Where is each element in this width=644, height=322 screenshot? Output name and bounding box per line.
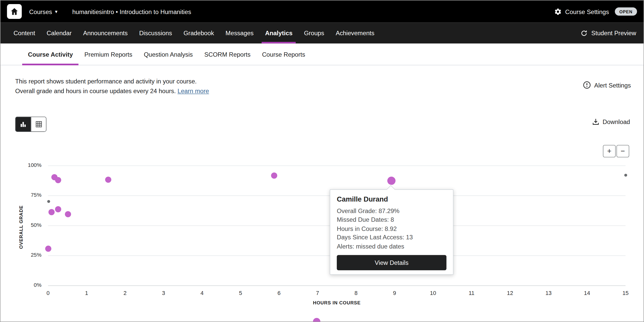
download-icon [592, 118, 600, 126]
student-preview-button[interactable]: Student Preview [580, 23, 636, 44]
tab-question-analysis[interactable]: Question Analysis [138, 44, 199, 65]
x-tick-label: 5 [239, 290, 242, 296]
y-tick-label: 50% [1, 222, 42, 228]
y-tick-label: 75% [1, 192, 42, 198]
nav-item-content[interactable]: Content [8, 23, 41, 44]
app-window: Courses ▾ humanitiesintro • Introduction… [0, 0, 644, 322]
tooltip-stat: Hours in Course: 8.92 [330, 224, 453, 233]
download-button[interactable]: Download [592, 118, 630, 126]
gridline [48, 166, 625, 166]
x-tick-label: 11 [469, 290, 475, 296]
nav-item-groups[interactable]: Groups [298, 23, 330, 44]
data-point[interactable] [45, 246, 52, 252]
y-tick-label: 25% [1, 252, 42, 258]
chart-view-button[interactable] [16, 117, 31, 131]
learn-more-link[interactable]: Learn more [178, 88, 209, 94]
x-axis-title: HOURS IN COURSE [313, 300, 361, 305]
report-description-line2: Overall grade and hours in course update… [15, 86, 209, 96]
x-tick-label: 0 [46, 290, 49, 296]
download-label: Download [603, 118, 630, 125]
open-status-badge: OPEN [615, 7, 637, 16]
chevron-down-icon: ▾ [55, 9, 57, 14]
student-tooltip: Camille Durand Overall Grade: 87.29%Miss… [330, 189, 454, 275]
x-tick-label: 9 [393, 290, 396, 296]
x-tick-label: 1 [85, 290, 88, 296]
top-bar: Courses ▾ humanitiesintro • Introduction… [1, 1, 644, 23]
course-settings-label: Course Settings [565, 8, 609, 15]
data-point[interactable] [65, 211, 71, 217]
y-tick-label: 100% [1, 162, 42, 168]
x-tick-label: 3 [162, 290, 165, 296]
tooltip-stat: Days Since Last Access: 13 [330, 233, 453, 242]
data-point-partial[interactable] [313, 318, 320, 322]
scatter-chart: OVERALL GRADE HOURS IN COURSE 0%25%50%75… [1, 140, 644, 322]
breadcrumb: humanitiesintro • Introduction to Humani… [72, 8, 191, 15]
gear-icon [554, 8, 562, 16]
alert-settings-button[interactable]: Alert Settings [583, 80, 631, 90]
x-tick-label: 14 [584, 290, 590, 296]
data-point[interactable] [105, 177, 111, 183]
tab-course-reports[interactable]: Course Reports [256, 44, 311, 65]
tab-premium-reports[interactable]: Premium Reports [79, 44, 138, 65]
tooltip-stat: Missed Due Dates: 8 [330, 215, 453, 224]
alert-settings-label: Alert Settings [594, 82, 631, 89]
courses-menu-button[interactable]: Courses ▾ [25, 5, 61, 18]
x-tick-label: 15 [622, 290, 628, 296]
gridline [48, 286, 625, 286]
x-tick-label: 6 [278, 290, 281, 296]
courses-menu-label: Courses [29, 8, 52, 15]
view-details-button[interactable]: View Details [337, 255, 447, 270]
alert-icon [583, 81, 591, 89]
y-tick-label: 0% [1, 282, 42, 288]
x-tick-label: 7 [316, 290, 319, 296]
report-tabs: Course ActivityPremium ReportsQuestion A… [1, 44, 644, 65]
x-tick-label: 12 [507, 290, 513, 296]
home-icon [10, 7, 19, 16]
tooltip-stat: Alerts: missed due dates [330, 242, 453, 251]
x-tick-label: 13 [546, 290, 552, 296]
course-settings-button[interactable]: Course Settings [554, 8, 609, 16]
student-preview-label: Student Preview [591, 30, 636, 36]
data-point[interactable] [55, 177, 61, 183]
table-view-button[interactable] [31, 117, 46, 131]
data-point[interactable] [48, 209, 55, 215]
view-toggle-group [15, 117, 46, 132]
data-point[interactable] [624, 174, 627, 177]
nav-item-announcements[interactable]: Announcements [77, 23, 133, 44]
data-point[interactable] [55, 206, 61, 212]
report-description-line1: This report shows student performance an… [15, 76, 209, 86]
tab-scorm-reports[interactable]: SCORM Reports [199, 44, 256, 65]
nav-item-messages[interactable]: Messages [220, 23, 259, 44]
table-icon [35, 120, 43, 128]
x-tick-label: 10 [430, 290, 436, 296]
report-info-row: This report shows student performance an… [15, 76, 631, 96]
main-nav: ContentCalendarAnnouncementsDiscussionsG… [1, 23, 644, 44]
nav-item-analytics[interactable]: Analytics [259, 23, 298, 44]
data-point[interactable] [271, 173, 277, 179]
nav-item-calendar[interactable]: Calendar [41, 23, 77, 44]
x-tick-label: 8 [354, 290, 357, 296]
nav-item-discussions[interactable]: Discussions [133, 23, 178, 44]
nav-item-achievements[interactable]: Achievements [330, 23, 380, 44]
data-point-selected[interactable] [387, 177, 395, 185]
nav-item-gradebook[interactable]: Gradebook [178, 23, 220, 44]
tooltip-stat: Overall Grade: 87.29% [330, 207, 453, 215]
home-button[interactable] [7, 4, 22, 19]
refresh-icon [580, 29, 588, 37]
x-tick-label: 2 [123, 290, 127, 296]
x-tick-label: 4 [201, 290, 204, 296]
bar-chart-icon [19, 120, 27, 128]
data-point[interactable] [47, 200, 50, 203]
tab-course-activity[interactable]: Course Activity [22, 44, 79, 65]
